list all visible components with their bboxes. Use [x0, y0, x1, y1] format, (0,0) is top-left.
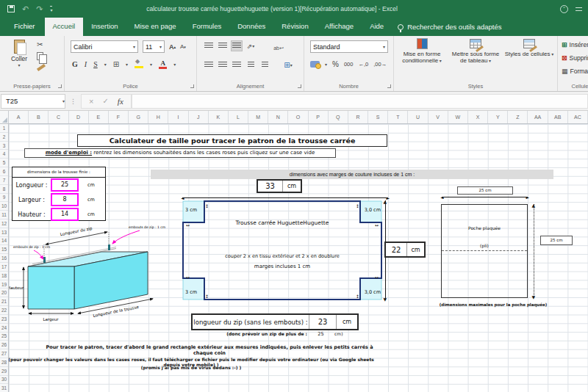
row-header[interactable]: 30	[0, 376, 8, 385]
formula-input[interactable]	[132, 94, 588, 109]
underline-caret-icon[interactable]: ▾	[104, 62, 107, 67]
row-header[interactable]: 15	[0, 245, 8, 254]
ribbon-tab[interactable]: Données	[229, 18, 273, 36]
font-color-caret-icon[interactable]: ▾	[173, 62, 176, 67]
column-header[interactable]: AA	[528, 111, 548, 123]
comma-style-icon[interactable]: 000	[344, 61, 354, 68]
column-header[interactable]: U	[408, 111, 428, 123]
row-header[interactable]: 18	[0, 272, 8, 280]
cancel-icon[interactable]: ×	[89, 97, 93, 106]
decrease-decimal-icon[interactable]: ,00→	[373, 61, 387, 68]
row-header[interactable]: 3	[0, 142, 8, 150]
alignment-dialog-launcher[interactable]	[298, 84, 301, 88]
row-header[interactable]: 17	[0, 263, 8, 272]
row-header[interactable]: 27	[0, 349, 8, 358]
column-header[interactable]: P	[309, 111, 329, 123]
increase-indent-icon[interactable]	[259, 59, 270, 70]
clipboard-dialog-launcher[interactable]	[58, 84, 62, 88]
wrap-text-icon[interactable]	[269, 40, 288, 51]
column-header[interactable]: Z	[508, 111, 528, 123]
row-header[interactable]: 12	[0, 219, 8, 228]
name-box[interactable]: T25 ▾	[1, 94, 65, 109]
column-header[interactable]: R	[348, 111, 368, 123]
column-header[interactable]: I	[168, 111, 188, 123]
column-header[interactable]: N	[268, 111, 288, 123]
row-header[interactable]: 7	[0, 176, 8, 185]
dimension-input-cell[interactable]: 25	[51, 178, 79, 192]
row-header[interactable]: 25	[0, 333, 8, 341]
row-header[interactable]: 21	[0, 297, 8, 306]
cell-styles-button[interactable]: Styles de cellules	[503, 39, 556, 57]
select-all-corner[interactable]	[0, 111, 9, 123]
row-header[interactable]: 16	[0, 254, 8, 263]
column-header[interactable]: A	[9, 111, 29, 123]
row-header[interactable]: 10	[0, 202, 8, 211]
row-header[interactable]: 13	[0, 228, 8, 237]
fill-color-icon[interactable]	[135, 59, 143, 68]
dimension-input-cell[interactable]: 14	[51, 208, 79, 221]
column-header[interactable]: Y	[488, 111, 508, 123]
row-header[interactable]: 2	[0, 133, 8, 142]
tab-fichier[interactable]: Fichier	[4, 18, 45, 36]
minimize-icon[interactable]	[576, 7, 582, 11]
save-icon[interactable]	[7, 5, 15, 12]
customize-qat-icon[interactable]: ▾	[50, 6, 52, 12]
column-header[interactable]: D	[69, 111, 89, 123]
format-as-table-button[interactable]: Mettre sous forme de tableau	[449, 39, 502, 65]
align-middle-icon[interactable]	[217, 40, 229, 51]
decrease-font-icon[interactable]: A	[180, 43, 186, 51]
column-header[interactable]: B	[29, 111, 49, 123]
underline-button[interactable]: S	[93, 60, 98, 68]
undo-icon[interactable]: ↶	[22, 5, 29, 12]
tell-me-search[interactable]: Rechercher des outils adaptés	[398, 18, 501, 36]
format-painter-icon[interactable]	[37, 64, 46, 71]
align-top-icon[interactable]	[203, 40, 215, 51]
column-header[interactable]: C	[49, 111, 68, 123]
row-header[interactable]: 23	[0, 315, 8, 324]
row-header[interactable]: 8	[0, 185, 8, 194]
column-header[interactable]: S	[368, 111, 388, 123]
ribbon-tab[interactable]: Mise en page	[126, 18, 184, 36]
ribbon-tab[interactable]: Formules	[184, 18, 230, 36]
increase-font-icon[interactable]: A	[169, 43, 176, 51]
paste-button[interactable]: Coller ▾	[6, 40, 32, 79]
row-header[interactable]: 22	[0, 306, 8, 315]
ribbon-tab[interactable]: Aide	[362, 18, 392, 36]
format-button[interactable]: ▦ Format	[562, 68, 588, 75]
column-header[interactable]: O	[288, 111, 308, 123]
column-header[interactable]: T	[388, 111, 408, 123]
column-header[interactable]: V	[429, 111, 448, 123]
accounting-format-icon[interactable]	[310, 61, 320, 68]
column-header[interactable]: F	[109, 111, 129, 123]
row-header[interactable]: 5	[0, 159, 8, 167]
column-header[interactable]: K	[209, 111, 229, 123]
row-header[interactable]: 14	[0, 237, 8, 246]
number-format-select[interactable]: Standard▾	[310, 40, 388, 53]
column-header[interactable]: AB	[548, 111, 568, 123]
ribbon-display-options-icon[interactable]: ⌃	[560, 5, 568, 13]
increase-decimal-icon[interactable]: ←,0	[358, 61, 368, 68]
row-header[interactable]: 29	[0, 367, 8, 376]
font-color-icon[interactable]: A	[159, 59, 167, 68]
cut-icon[interactable]: ✂	[37, 40, 46, 49]
row-header[interactable]: 1	[0, 124, 8, 133]
fill-caret-icon[interactable]: ▾	[150, 62, 152, 67]
borders-icon[interactable]: ⊞	[113, 60, 119, 68]
column-header[interactable]: L	[229, 111, 248, 123]
delete-button[interactable]: ⊠ Supprimer	[562, 54, 588, 62]
column-header[interactable]: W	[448, 111, 468, 123]
percent-style-icon[interactable]: %	[332, 60, 339, 68]
number-dialog-launcher[interactable]	[387, 84, 391, 88]
merge-center-icon[interactable]: ⊞▾	[279, 59, 298, 70]
ribbon-tab[interactable]: Révision	[273, 18, 316, 36]
enter-icon[interactable]: ✓	[102, 97, 108, 105]
column-header[interactable]: E	[89, 111, 109, 123]
align-center-icon[interactable]	[217, 59, 229, 70]
column-header[interactable]: X	[468, 111, 488, 123]
align-left-icon[interactable]	[203, 59, 215, 70]
row-header[interactable]: 6	[0, 167, 8, 176]
column-header[interactable]: Q	[329, 111, 348, 123]
accounting-caret-icon[interactable]: ▾	[325, 62, 327, 67]
row-header[interactable]: 26	[0, 341, 8, 349]
italic-button[interactable]: I	[85, 60, 87, 68]
